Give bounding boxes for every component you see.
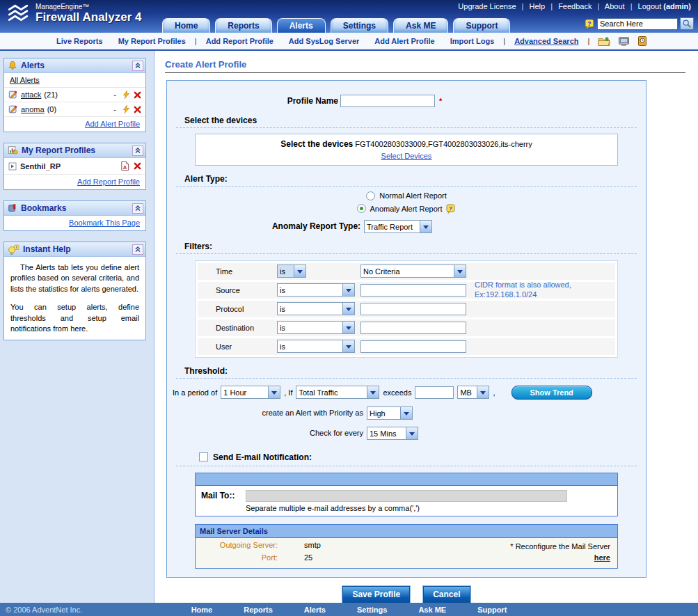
anomaly-help-icon[interactable]: ?	[446, 204, 456, 214]
tab-support[interactable]: Support	[453, 18, 510, 33]
add-report-profile-link[interactable]: Add Report Profile	[77, 177, 140, 186]
all-alerts-link[interactable]: All Alerts	[10, 76, 40, 84]
select-value: is	[278, 265, 294, 277]
profile-name-input[interactable]	[340, 95, 435, 107]
protocol-value-input[interactable]	[360, 303, 466, 315]
dash: -	[111, 90, 119, 99]
edit-note-icon[interactable]	[8, 90, 18, 100]
add-alert-profile-link[interactable]: Add Alert Profile	[85, 120, 140, 128]
devices-value: FGT4002803033009,FGT4002803033026,its-ch…	[355, 140, 532, 148]
bookmark-icon	[8, 203, 17, 213]
footer-link-askme[interactable]: Ask ME	[418, 606, 446, 614]
footer-link-home[interactable]: Home	[191, 606, 213, 614]
anomaly-alert-radio[interactable]	[357, 204, 366, 213]
tab-settings[interactable]: Settings	[331, 18, 388, 33]
normal-alert-radio[interactable]	[366, 191, 375, 200]
footer-link-settings[interactable]: Settings	[357, 606, 387, 614]
tab-home[interactable]: Home	[162, 18, 210, 33]
show-trend-button[interactable]: Show Trend	[511, 386, 592, 400]
tab-alerts[interactable]: Alerts	[277, 18, 326, 33]
collapse-button[interactable]	[132, 203, 143, 214]
destination-value-input[interactable]	[360, 322, 466, 334]
utility-links: Upgrade License | Help | Feedback | Abou…	[458, 2, 691, 10]
nav-add-alert-profile[interactable]: Add Alert Profile	[374, 37, 434, 45]
unit-select[interactable]: MB	[457, 386, 489, 399]
feedback-link[interactable]: Feedback	[558, 2, 592, 10]
footer-link-alerts[interactable]: Alerts	[304, 606, 326, 614]
upgrade-license-link[interactable]: Upgrade License	[458, 2, 516, 10]
destination-operator-select[interactable]: is	[277, 321, 355, 334]
tab-reports[interactable]: Reports	[215, 18, 271, 33]
user-operator-select[interactable]: is	[277, 340, 355, 353]
brand-logo: ManageEngine™ Firewall Analyzer 4	[6, 3, 141, 24]
search-button[interactable]	[680, 17, 694, 30]
bookmark-this-page-link[interactable]: Bookmark This Page	[69, 219, 140, 227]
scheduled-report-icon[interactable]	[637, 35, 647, 47]
report-profile-name[interactable]: Senthil_RP	[20, 162, 116, 171]
select-devices-link[interactable]: Select Devices	[381, 152, 432, 160]
export-folder-icon[interactable]	[598, 36, 610, 47]
source-operator-select[interactable]: is	[277, 283, 355, 297]
time-criteria-select[interactable]: No Criteria	[360, 264, 466, 278]
printer-monitor-icon[interactable]	[618, 36, 630, 47]
nav-live-reports[interactable]: Live Reports	[56, 37, 103, 45]
alert-type-heading: Alert Type:	[176, 174, 637, 187]
about-link[interactable]: About	[605, 2, 625, 10]
cidr-note: CIDR format is also allowed, Ex:192.168.…	[475, 281, 571, 300]
nav-add-report-profile[interactable]: Add Report Profile	[206, 37, 273, 45]
help-link[interactable]: Help	[530, 2, 546, 10]
nav-add-syslog-server[interactable]: Add SysLog Server	[289, 37, 359, 45]
email-notification-checkbox[interactable]	[199, 452, 208, 461]
anomaly-report-type-select[interactable]: Traffic Report	[364, 220, 432, 233]
alert-profile-link[interactable]: anoma	[21, 105, 45, 113]
threshold-row: In a period of 1 Hour , If Total Traffic…	[173, 386, 646, 400]
nav-advanced-search[interactable]: Advanced Search	[514, 37, 578, 45]
report-profiles-panel: My Report Profiles Senthil_RP A	[3, 143, 146, 190]
nav-my-report-profiles[interactable]: My Report Profiles	[118, 37, 186, 45]
threshold-value-input[interactable]	[415, 386, 454, 399]
priority-select[interactable]: High	[367, 406, 413, 420]
filter-row-destination: Destination is	[198, 319, 615, 336]
alert-profile-link[interactable]: attack	[21, 90, 41, 99]
protocol-operator-select[interactable]: is	[277, 302, 355, 315]
tab-askme[interactable]: Ask ME	[393, 18, 448, 33]
pdf-icon[interactable]: A	[120, 161, 130, 171]
footer-link-reports[interactable]: Reports	[244, 606, 273, 614]
logout-link[interactable]: Logout	[638, 2, 662, 10]
mail-to-header	[196, 473, 617, 486]
email-notification-row: Send E-mail Notification:	[199, 452, 646, 462]
lightning-icon[interactable]	[122, 90, 131, 100]
search-input[interactable]	[597, 18, 678, 30]
reconfigure-here-link[interactable]: here	[594, 553, 610, 562]
source-value-input[interactable]	[360, 284, 466, 297]
instant-help-title: Instant Help	[23, 244, 132, 254]
delete-icon[interactable]	[134, 106, 141, 113]
svg-text:?: ?	[450, 205, 453, 212]
collapse-button[interactable]	[132, 61, 143, 71]
collapse-button[interactable]	[132, 244, 143, 255]
expand-icon[interactable]	[8, 162, 17, 171]
profile-name-row: Profile Name *	[154, 95, 604, 107]
delete-icon[interactable]	[134, 91, 141, 99]
collapse-button[interactable]	[132, 145, 143, 156]
instant-help-panel: i Instant Help The Alerts tab lets you d…	[3, 242, 146, 340]
cancel-button[interactable]: Cancel	[423, 586, 470, 603]
footer-links: Home Reports Alerts Settings Ask ME Supp…	[191, 606, 507, 614]
period-select[interactable]: 1 Hour	[221, 386, 280, 399]
footer-link-support[interactable]: Support	[477, 606, 507, 614]
user-value-input[interactable]	[360, 340, 466, 353]
alert-count: (0)	[47, 105, 56, 113]
traffic-metric-select[interactable]: Total Traffic	[296, 386, 379, 399]
search-help-icon[interactable]: ?	[585, 19, 595, 29]
email-notification-label: Send E-mail Notification:	[213, 452, 312, 462]
priority-row: create an Alert with Priority as High	[167, 406, 646, 420]
edit-note-icon[interactable]	[8, 104, 18, 114]
check-every-select[interactable]: 15 Mins	[367, 427, 418, 440]
nav-import-logs[interactable]: Import Logs	[450, 37, 495, 45]
save-profile-button[interactable]: Save Profile	[342, 586, 410, 603]
lightning-icon[interactable]	[122, 104, 131, 114]
delete-icon[interactable]	[134, 162, 141, 170]
time-operator-select[interactable]: is	[277, 264, 306, 278]
chevron-down-icon	[477, 386, 489, 398]
main-tabs: Home Reports Alerts Settings Ask ME Supp…	[162, 18, 510, 33]
